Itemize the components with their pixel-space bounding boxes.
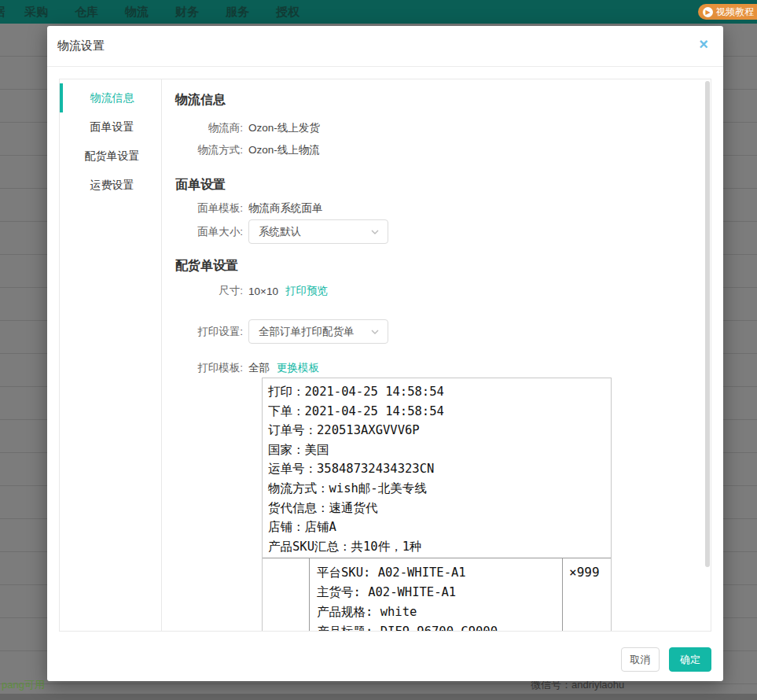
preview-sku-text-cell: 平台SKU: A02-WHITE-A1 主货号: A02-WHITE-A1 产品…: [310, 558, 562, 632]
settings-tab-list: 物流信息 面单设置 配货单设置 运费设置: [60, 79, 162, 631]
preview-quantity-cell: ×999: [562, 558, 611, 632]
row-print-template: 打印模板: 全部 更换模板: [175, 361, 711, 375]
preview-sku-table-row: 平台SKU: A02-WHITE-A1 主货号: A02-WHITE-A1 产品…: [263, 558, 611, 632]
preview-line: 产品SKU汇总：共10件，1种: [268, 537, 606, 557]
tab-freight-settings[interactable]: 运费设置: [60, 171, 161, 200]
print-preview-link[interactable]: 打印预览: [285, 284, 328, 298]
page-bottom-strip: [0, 694, 757, 700]
label-size-select[interactable]: 系统默认: [248, 219, 388, 244]
row-label-template: 面单模板: 物流商系统面单: [175, 201, 711, 216]
chevron-down-icon: [370, 327, 380, 337]
modal-header: 物流设置: [47, 26, 723, 67]
cancel-button[interactable]: 取消: [621, 647, 660, 672]
preview-sku-line: 主货号: A02-WHITE-A1: [317, 583, 557, 602]
row-print-setting: 打印设置: 全部订单打印配货单: [175, 319, 711, 344]
picking-size-value: 10×10: [248, 286, 278, 297]
nav-item-warehouse[interactable]: 仓库: [75, 5, 98, 20]
video-tutorial-label: 视频教程: [716, 6, 754, 19]
preview-sku-line: 产品标题: DIF9 96700-C9000: [317, 622, 557, 632]
tab-label-settings[interactable]: 面单设置: [60, 112, 161, 142]
picking-size-label: 尺寸:: [175, 284, 243, 298]
preview-line: 店铺：店铺A: [268, 518, 606, 537]
nav-item-finance[interactable]: 财务: [175, 5, 199, 20]
label-size-select-value: 系统默认: [259, 225, 301, 239]
picking-list-print-preview: 打印：2021-04-25 14:58:54 下单：2021-04-25 14:…: [262, 378, 612, 632]
top-navbar: 据 采购 仓库 物流 财务 服务 授权 ▶ 视频教程: [0, 0, 757, 24]
row-logistics-method: 物流方式: Ozon-线上物流: [175, 143, 711, 157]
print-template-label: 打印模板:: [175, 361, 243, 375]
confirm-button[interactable]: 确定: [669, 647, 711, 672]
section-heading-logistics-info: 物流信息: [175, 91, 711, 109]
preview-order-info: 打印：2021-04-25 14:58:54 下单：2021-04-25 14:…: [263, 378, 611, 558]
preview-line: 打印：2021-04-25 14:58:54: [268, 382, 606, 402]
provider-label: 物流商:: [175, 121, 243, 135]
section-heading-picking-settings: 配货单设置: [175, 257, 711, 274]
logistics-settings-modal: 物流设置 × 物流信息 面单设置 配货单设置 运费设置 物流信息 物流商: Oz…: [47, 26, 723, 681]
close-icon[interactable]: ×: [695, 35, 712, 53]
nav-item-authorization[interactable]: 授权: [276, 5, 299, 20]
tab-logistics-info[interactable]: 物流信息: [60, 83, 161, 112]
tab-picking-list-settings[interactable]: 配货单设置: [60, 142, 161, 171]
modal-footer: 取消 确定: [621, 647, 711, 672]
preview-line: 货代信息：速通货代: [268, 499, 606, 518]
method-value: Ozon-线上物流: [248, 143, 320, 157]
nav-item-logistics[interactable]: 物流: [125, 5, 149, 20]
preview-line: 运单号：35848732434323CN: [268, 459, 606, 479]
preview-line: 下单：2021-04-25 14:58:54: [268, 402, 606, 422]
nav-item-service[interactable]: 服务: [226, 5, 249, 20]
change-template-link[interactable]: 更换模板: [277, 361, 319, 375]
print-template-value: 全部: [248, 361, 270, 375]
preview-line: 订单号：220513AXGVVV6P: [268, 421, 606, 440]
preview-line: 物流方式：wish邮-北美专线: [268, 479, 606, 499]
print-setting-label: 打印设置:: [175, 325, 243, 339]
video-tutorial-button[interactable]: ▶ 视频教程: [698, 4, 757, 20]
preview-line: 国家：美国: [268, 440, 606, 460]
print-setting-select[interactable]: 全部订单打印配货单: [248, 319, 388, 344]
preview-sku-image-cell: [263, 558, 310, 632]
modal-body: 物流信息 面单设置 配货单设置 运费设置 物流信息 物流商: Ozon-线上发货…: [59, 79, 711, 632]
label-size-label: 面单大小:: [175, 225, 243, 239]
row-label-size: 面单大小: 系统默认: [175, 219, 711, 244]
method-label: 物流方式:: [175, 143, 243, 157]
label-template-value: 物流商系统面单: [248, 201, 323, 216]
preview-sku-line: 平台SKU: A02-WHITE-A1: [317, 563, 557, 583]
settings-content: 物流信息 物流商: Ozon-线上发货 物流方式: Ozon-线上物流 面单设置…: [162, 79, 711, 631]
section-heading-label-settings: 面单设置: [175, 176, 711, 193]
play-icon: ▶: [703, 7, 713, 17]
background-balance-text: pang可用: [2, 678, 45, 692]
chevron-down-icon: [370, 227, 380, 237]
provider-value: Ozon-线上发货: [248, 121, 320, 135]
scrollbar-thumb[interactable]: [705, 81, 710, 567]
modal-title: 物流设置: [57, 39, 105, 53]
print-setting-select-value: 全部订单打印配货单: [259, 325, 355, 339]
nav-item-data-partial[interactable]: 据: [0, 5, 5, 20]
preview-sku-line: 产品规格: white: [317, 602, 557, 622]
nav-item-purchase[interactable]: 采购: [24, 5, 48, 20]
row-picking-size: 尺寸: 10×10 打印预览: [175, 284, 711, 298]
row-logistics-provider: 物流商: Ozon-线上发货: [175, 121, 711, 135]
label-template-label: 面单模板:: [175, 201, 243, 216]
